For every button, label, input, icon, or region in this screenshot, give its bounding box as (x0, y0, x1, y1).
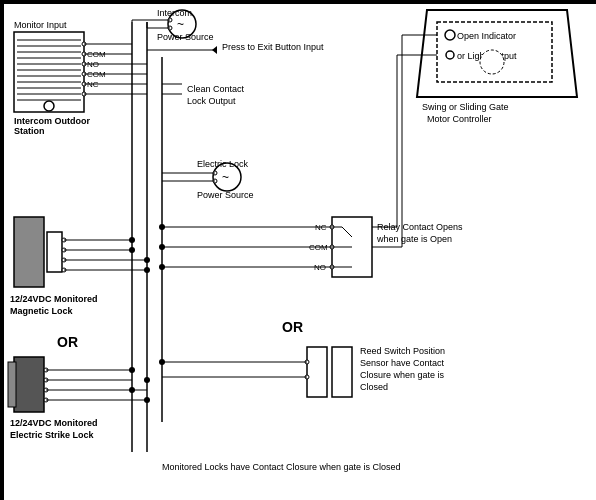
wiring-diagram: Monitor Input COM NO COM NC Intercom Out… (0, 0, 596, 500)
svg-point-125 (445, 30, 455, 40)
svg-text:Press to Exit Button Input: Press to Exit Button Input (222, 42, 324, 52)
svg-point-139 (129, 367, 135, 373)
svg-rect-78 (14, 357, 44, 412)
svg-text:12/24VDC Monitored: 12/24VDC Monitored (10, 294, 98, 304)
svg-rect-79 (8, 362, 16, 407)
svg-text:Intercom: Intercom (157, 8, 192, 18)
svg-text:Monitored Locks have Contact C: Monitored Locks have Contact Closure whe… (162, 462, 401, 472)
svg-point-142 (144, 397, 150, 403)
svg-text:when gate is Open: when gate is Open (376, 234, 452, 244)
svg-text:~: ~ (222, 170, 229, 184)
svg-text:Clean Contact: Clean Contact (187, 84, 245, 94)
svg-text:Reed Switch Position: Reed Switch Position (360, 346, 445, 356)
svg-point-141 (129, 387, 135, 393)
svg-text:Open Indicator: Open Indicator (457, 31, 516, 41)
svg-point-74 (144, 267, 150, 273)
svg-text:Electric Lock: Electric Lock (197, 159, 249, 169)
svg-point-13 (44, 101, 54, 111)
svg-text:Power Source: Power Source (197, 190, 254, 200)
svg-point-109 (159, 244, 165, 250)
svg-point-72 (129, 247, 135, 253)
svg-rect-62 (47, 232, 62, 272)
svg-point-73 (144, 257, 150, 263)
svg-text:Closed: Closed (360, 382, 388, 392)
svg-text:Electric Strike Lock: Electric Strike Lock (10, 430, 95, 440)
svg-text:Station: Station (14, 126, 45, 136)
svg-rect-61 (14, 217, 44, 287)
svg-point-110 (159, 264, 165, 270)
svg-text:Motor Controller: Motor Controller (427, 114, 492, 124)
svg-point-71 (129, 237, 135, 243)
svg-text:OR: OR (57, 334, 78, 350)
svg-point-118 (159, 359, 165, 365)
svg-text:Intercom Outdoor: Intercom Outdoor (14, 116, 90, 126)
svg-point-127 (446, 51, 454, 59)
svg-text:Magnetic Lock: Magnetic Lock (10, 306, 74, 316)
svg-text:Lock Output: Lock Output (187, 96, 236, 106)
svg-text:~: ~ (177, 17, 184, 31)
svg-point-129 (480, 50, 504, 74)
svg-point-108 (159, 224, 165, 230)
svg-text:Closure when gate is: Closure when gate is (360, 370, 445, 380)
svg-rect-113 (332, 347, 352, 397)
svg-point-140 (144, 377, 150, 383)
svg-text:Sensor have Contact: Sensor have Contact (360, 358, 445, 368)
svg-text:OR: OR (282, 319, 303, 335)
svg-text:Swing or Sliding Gate: Swing or Sliding Gate (422, 102, 509, 112)
svg-rect-112 (307, 347, 327, 397)
svg-text:Power Source: Power Source (157, 32, 214, 42)
svg-text:12/24VDC Monitored: 12/24VDC Monitored (10, 418, 98, 428)
svg-text:Monitor Input: Monitor Input (14, 20, 67, 30)
